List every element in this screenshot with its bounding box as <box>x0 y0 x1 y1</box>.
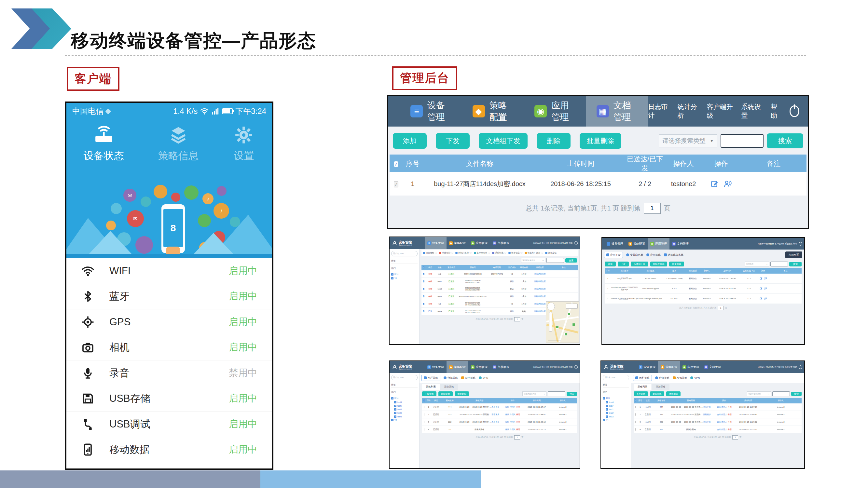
action-chip[interactable]: 刷机白名单ⓘ <box>455 252 472 254</box>
row-checkbox[interactable]: ✓ <box>423 303 425 305</box>
search-button[interactable]: 搜索 <box>567 392 577 396</box>
row-checkbox[interactable]: ✓ <box>423 295 425 297</box>
module-tab-device-mgmt[interactable]: ≡设备管理 <box>425 237 446 249</box>
search-input[interactable] <box>720 134 764 148</box>
subtab-fence-policy[interactable]: 围栏策略 <box>422 375 440 381</box>
delete-button[interactable]: 删除 <box>537 133 570 149</box>
toggle-row-gps[interactable]: GPS 启用中 <box>66 310 272 335</box>
row-checkbox[interactable] <box>635 413 636 416</box>
disable-link[interactable]: 停用 <box>516 406 520 408</box>
search-input[interactable] <box>772 391 790 396</box>
batch-delete-button[interactable]: 批量删除 <box>455 391 469 396</box>
power-icon[interactable] <box>574 241 578 245</box>
search-button[interactable]: 搜索 <box>767 133 803 148</box>
tree-item[interactable]: ✓Y1 <box>391 277 417 280</box>
view-more-link[interactable]: 查看更多 <box>703 414 711 416</box>
edit-link[interactable]: 编辑 <box>717 414 720 416</box>
page-input[interactable]: 1 <box>514 317 520 321</box>
power-icon[interactable] <box>574 365 578 369</box>
module-tab-policy-config[interactable]: ◆ 策略配置 <box>462 96 524 127</box>
nav-link-log-audit[interactable]: 日志审计 <box>648 102 669 120</box>
search-button[interactable]: 搜索 <box>789 262 802 266</box>
target-user-link[interactable]: 作用人 <box>721 421 727 423</box>
group-send-button[interactable]: 文档组下发 <box>479 133 528 149</box>
module-tab-doc-mgmt[interactable]: ▦文档管理 <box>670 238 691 250</box>
action-chip[interactable]: 恢复出厂设置ⓘ <box>525 252 543 254</box>
map-pan-control[interactable] <box>547 302 555 311</box>
edit-link[interactable]: 编辑 <box>505 428 509 430</box>
inner-tab-policy-list[interactable]: 策略列表 <box>634 384 651 390</box>
target-user-link[interactable]: 作用人 <box>510 414 516 416</box>
subtab-fence-policy[interactable]: 围栏策略 <box>633 375 652 381</box>
tab-policy-info[interactable]: 策略信息 <box>158 125 198 163</box>
subtab-app-send[interactable]: 应用下发 <box>604 252 623 258</box>
edit-link[interactable]: 编辑 <box>717 406 720 408</box>
nav-links[interactable]: 日志审计 统计分析 客户端升级 系统设置 帮助 <box>533 366 572 368</box>
row-checkbox[interactable]: ✓ <box>423 288 425 290</box>
module-tab-policy-config[interactable]: ◆策略配置 <box>626 238 648 250</box>
edit-link[interactable]: 编辑 <box>717 421 720 423</box>
sidebar-search-input[interactable]: 用户名, imei <box>391 375 417 380</box>
tree-item[interactable]: ✓test2 <box>606 412 629 414</box>
group-send-button[interactable]: 应用组下发 <box>631 262 648 266</box>
cell-location-link[interactable]: 查看详细位置 <box>530 280 550 283</box>
delete-policy-button[interactable]: 删除策略 <box>438 391 453 396</box>
search-type-select[interactable]: 请选择搜索类型 ▼ <box>659 134 717 148</box>
row-checkbox[interactable]: ✓ <box>394 181 399 187</box>
toggle-row-bluetooth[interactable]: 蓝牙 启用中 <box>66 284 272 310</box>
tab-device-status[interactable]: 设备状态 <box>84 125 124 163</box>
module-tab-device-mgmt[interactable]: ≡ 设备管理 <box>400 96 462 127</box>
module-tab-device-mgmt[interactable]: ≡设备管理 <box>604 238 626 250</box>
module-tab-doc-mgmt[interactable]: ▦文档管理 <box>490 237 512 249</box>
search-type-select[interactable]: 请选择搜索类型▼ <box>747 391 771 396</box>
tree-item[interactable]: ✓test7 <box>394 405 417 407</box>
action-chip[interactable]: 功能管控ⓘ <box>439 252 453 254</box>
select-all-checkbox[interactable]: ✓ <box>635 399 636 401</box>
tree-item[interactable]: ✓默认 <box>391 397 417 400</box>
edit-icon[interactable] <box>711 180 719 188</box>
toggle-row-mobile-data[interactable]: 移动数据 启用中 <box>66 437 272 463</box>
assign-user-icon[interactable] <box>764 277 767 280</box>
nav-links[interactable]: 日志审计 统计分析 客户端升级 系统设置 帮助 <box>533 242 572 245</box>
view-more-link[interactable]: 查看更多 <box>703 406 711 408</box>
power-icon[interactable] <box>799 365 802 369</box>
disable-link[interactable]: 停用 <box>516 421 520 423</box>
inner-tab-add-policy[interactable]: 添加策略 <box>652 384 670 390</box>
power-icon[interactable] <box>799 242 802 246</box>
subtab-compliance-policy[interactable]: 合规策略 <box>443 376 458 380</box>
map-zoom-button[interactable] <box>566 303 578 309</box>
module-tab-policy-config[interactable]: ◆策略配置 <box>446 361 468 373</box>
select-all-checkbox[interactable]: ✓ <box>423 266 425 268</box>
nav-link-system-settings[interactable]: 系统设置 <box>741 102 762 120</box>
select-all-checkbox[interactable]: ✓ <box>424 399 425 401</box>
add-button[interactable]: 添加 <box>393 133 427 149</box>
app-config-button[interactable]: 应用配置 <box>785 252 802 258</box>
module-tab-device-mgmt[interactable]: ≡设备管理 <box>425 361 446 373</box>
target-user-link[interactable]: 作用人 <box>510 406 516 408</box>
tree-item[interactable]: ✓test4 <box>394 401 417 403</box>
subtab-vpn[interactable]: VPN <box>690 377 700 379</box>
map-zoom-slider[interactable] <box>549 312 552 331</box>
nav-links[interactable]: 日志审计 统计分析 客户端升级 系统设置 帮助 <box>758 242 797 245</box>
select-all-checkbox[interactable]: ✓ <box>394 161 398 167</box>
disable-link[interactable]: 停用 <box>516 428 520 430</box>
tree-item[interactable]: ✓Y1 <box>391 419 417 421</box>
module-tab-policy-config[interactable]: ◆策略配置 <box>446 237 468 249</box>
edit-link[interactable]: 编辑 <box>505 421 509 423</box>
power-icon[interactable] <box>789 105 799 117</box>
row-checkbox[interactable] <box>635 406 636 408</box>
edit-link[interactable]: 编辑 <box>505 406 509 408</box>
disable-link[interactable]: 停用 <box>728 414 732 416</box>
subtab-install-whitelist[interactable]: 安装白名单 <box>626 253 643 257</box>
toggle-row-camera[interactable]: 相机 启用中 <box>66 335 272 361</box>
tree-item[interactable]: ✓默认 <box>603 397 629 400</box>
module-tab-app-mgmt[interactable]: ◉应用管理 <box>468 237 490 249</box>
toggle-row-wifi[interactable]: WIFI 启用中 <box>66 258 272 284</box>
toggle-row-usb-debug[interactable]: USB调试 启用中 <box>66 412 272 437</box>
toggle-row-recording[interactable]: 录音 禁用中 <box>66 360 272 386</box>
search-input[interactable] <box>548 391 565 396</box>
page-input[interactable]: 1 <box>514 435 520 440</box>
module-tab-app-mgmt[interactable]: ◉ 应用管理 <box>524 96 586 127</box>
action-chip[interactable]: 设备定位 <box>545 252 557 254</box>
send-button[interactable]: 下发 <box>618 262 629 266</box>
